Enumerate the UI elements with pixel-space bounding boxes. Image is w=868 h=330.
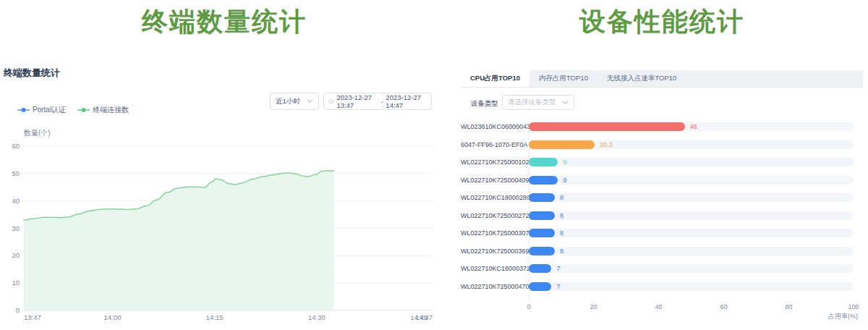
legend-label: 终端连接数 [93, 105, 129, 115]
date-range-separator: - [380, 98, 383, 106]
legend-item-terminal-connections[interactable]: 终端连接数 [77, 105, 129, 115]
tab-wireless-rate-top10[interactable]: 无线接入点速率TOP10 [597, 70, 686, 87]
legend-label: Portal认证 [33, 105, 66, 115]
bar-value-label: 7 [556, 283, 560, 290]
device-type-placeholder: 请选择设备类型 [508, 98, 556, 107]
bar[interactable] [529, 264, 551, 273]
date-range-start: 2023-12-27 13:47 [337, 93, 378, 109]
line-marker-icon [17, 107, 30, 113]
bar-track [529, 282, 854, 291]
x-tick-label: 20 [584, 303, 603, 310]
cpu-top10-bar-chart: WL023610KC06000043486047-FF96-1070-EF0A2… [461, 118, 863, 328]
x-tick-label: 14:15 [206, 313, 224, 321]
bar-value-label: 9 [563, 177, 566, 184]
device-name-label: WL022710K725000272 [461, 212, 523, 219]
bar-row: 6047-FF96-1070-EF0A20.3 [461, 136, 863, 153]
left-page-title: 终端数量统计 [0, 4, 448, 40]
device-name-label: WL022710KC18000280 [461, 194, 523, 201]
y-tick-label: 10 [12, 279, 20, 287]
device-name-label: WL022710K725000102 [461, 158, 523, 166]
bar[interactable] [529, 193, 555, 202]
y-tick-label: 40 [12, 197, 20, 205]
line-marker-icon [77, 107, 90, 113]
y-tick-label: 0 [16, 306, 20, 314]
bar-value-label: 8 [560, 248, 563, 255]
device-performance-card: CPU占用TOP10内存占用TOP10无线接入点速率TOP10 设备类型 请选择… [461, 70, 863, 328]
bar-track [529, 211, 854, 220]
bar-track [529, 229, 854, 237]
device-name-label: WL022710K725000409 [461, 177, 523, 184]
bar-row: WL022710K7250004099 [461, 172, 863, 189]
bar-row: WL023610KC0600004348 [461, 118, 863, 135]
device-name-label: WL023610KC06000043 [461, 123, 523, 130]
x-tick-label: 40 [650, 303, 668, 310]
bar-value-label: 20.3 [600, 141, 613, 148]
x-tick-label: 80 [779, 303, 798, 310]
device-type-label: 设备类型 [471, 99, 498, 109]
bar[interactable] [529, 229, 555, 237]
bar[interactable] [529, 140, 595, 149]
tab-memory-top10[interactable]: 内存占用TOP10 [529, 70, 597, 87]
device-name-label: WL022710K725000369 [461, 248, 523, 255]
chevron-down-icon [562, 101, 569, 105]
bar-row: WL022710K7250003078 [461, 224, 863, 242]
device-name-label: WL022710K725000307 [461, 229, 523, 237]
bar-track [529, 247, 854, 255]
time-range-value: 近1小时 [276, 97, 300, 106]
x-tick-label: 60 [714, 303, 733, 310]
clock-icon [328, 98, 334, 105]
y-tick-label: 60 [12, 142, 20, 150]
device-type-select[interactable]: 请选择设备类型 [502, 95, 574, 110]
y-axis-title: 数量(个) [24, 128, 51, 138]
bar[interactable] [529, 158, 558, 166]
device-performance-panel: 设备性能统计 CPU占用TOP10内存占用TOP10无线接入点速率TOP10 设… [456, 0, 868, 330]
date-range-end: 2023-12-27 14:47 [386, 93, 427, 109]
x-tick-label: 14:30 [308, 313, 326, 321]
bar[interactable] [529, 211, 555, 220]
terminal-count-panel: 终端数量统计 终端数量统计 近1小时 2023-12-27 13:47 - 20… [0, 0, 448, 330]
performance-tabbar: CPU占用TOP10内存占用TOP10无线接入点速率TOP10 [461, 70, 863, 88]
bar-row: WL022710K7250002728 [461, 207, 863, 224]
bar-value-label: 8 [560, 229, 563, 237]
chevron-down-icon [307, 99, 313, 103]
bar-value-label: 48 [690, 123, 697, 130]
device-name-label: WL022710K725000470 [461, 283, 523, 290]
bar[interactable] [529, 247, 555, 255]
chart-legend: Portal认证 终端连接数 [17, 105, 129, 115]
terminal-panel-subtitle: 终端数量统计 [4, 67, 60, 80]
bar[interactable] [529, 176, 558, 185]
x-tick-label: 100 [844, 303, 863, 310]
x-tick-label: 14:47 [415, 313, 433, 321]
right-page-title: 设备性能统计 [456, 4, 868, 40]
x-tick-label: 0 [519, 303, 538, 310]
terminal-connections-area [24, 171, 333, 310]
date-range-picker[interactable]: 2023-12-27 13:47 - 2023-12-27 14:47 [323, 93, 432, 110]
time-range-select[interactable]: 近1小时 [270, 93, 319, 110]
bar-track [529, 158, 854, 166]
bar-track [529, 176, 854, 185]
device-name-label: WL022710KC18000372 [461, 265, 523, 272]
y-tick-label: 50 [12, 169, 20, 177]
y-tick-label: 20 [12, 251, 20, 259]
terminal-count-line-chart: 605040302010013:4714:0014:1514:3014:4514… [0, 138, 448, 330]
bar-row: WL022710KC180003727 [461, 260, 863, 277]
x-axis-title: 占用率(%) [810, 312, 858, 321]
bar-row: WL022710KC180002808 [461, 189, 863, 206]
bar-value-label: 9 [563, 158, 566, 166]
bar-value-label: 7 [556, 265, 560, 272]
bar[interactable] [529, 282, 551, 291]
x-tick-label: 13:47 [24, 313, 41, 321]
bar[interactable] [529, 122, 685, 131]
tab-cpu-top10[interactable]: CPU占用TOP10 [461, 70, 529, 87]
legend-item-portal[interactable]: Portal认证 [17, 105, 66, 115]
bar-track [529, 140, 854, 149]
bar-row: WL022710K7250003698 [461, 242, 863, 260]
y-tick-label: 30 [12, 224, 20, 232]
x-tick-label: 14:00 [104, 313, 122, 321]
bar-row: WL022710K7250001029 [461, 153, 863, 171]
bar-row: WL022710K7250004707 [461, 278, 863, 295]
bar-value-label: 8 [560, 194, 563, 201]
bar-track [529, 193, 854, 202]
bar-track [529, 264, 854, 273]
bar-value-label: 8 [560, 212, 563, 219]
